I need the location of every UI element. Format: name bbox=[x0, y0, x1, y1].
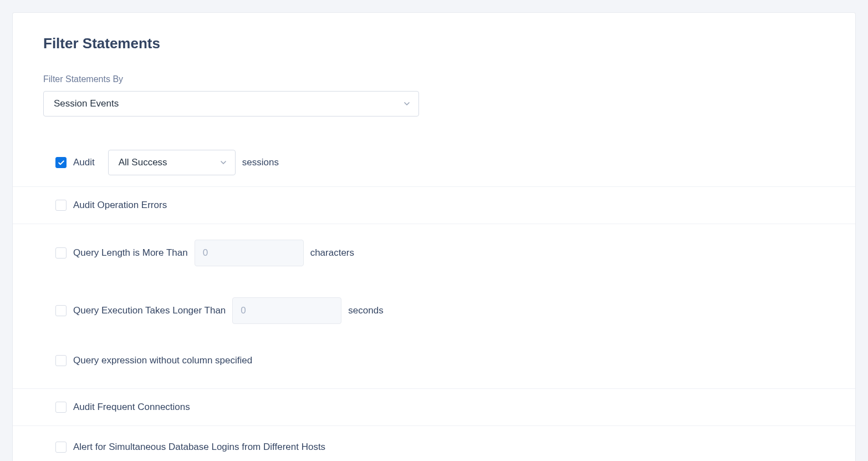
input-query-exec[interactable] bbox=[232, 297, 341, 324]
label-query-exec-suffix: seconds bbox=[348, 305, 383, 316]
checkbox-query-length[interactable] bbox=[55, 247, 67, 259]
label-query-length-suffix: characters bbox=[310, 247, 354, 259]
checkbox-audit[interactable] bbox=[55, 157, 67, 168]
filter-by-select-value: Session Events bbox=[54, 98, 119, 109]
label-audit-errors: Audit Operation Errors bbox=[73, 200, 167, 211]
row-freq-conn: Audit Frequent Connections bbox=[13, 389, 855, 425]
checkbox-query-exec[interactable] bbox=[55, 305, 67, 316]
audit-type-select-value: All Success bbox=[119, 157, 167, 168]
filter-by-select-wrap: Session Events bbox=[43, 91, 419, 116]
row-query-expr: Query expression without column specifie… bbox=[13, 340, 855, 388]
audit-type-select-wrap: All Success bbox=[108, 150, 236, 175]
filter-by-label: Filter Statements By bbox=[43, 74, 825, 84]
row-query-group: Query Length is More Than characters Que… bbox=[13, 224, 855, 388]
row-query-exec: Query Execution Takes Longer Than second… bbox=[13, 282, 855, 340]
label-query-expr: Query expression without column specifie… bbox=[73, 355, 252, 366]
row-query-length: Query Length is More Than characters bbox=[13, 224, 855, 282]
label-audit-suffix: sessions bbox=[242, 157, 279, 168]
label-query-length: Query Length is More Than bbox=[73, 247, 188, 259]
filter-by-select[interactable]: Session Events bbox=[43, 91, 419, 116]
row-audit-errors-section: Audit Operation Errors bbox=[13, 186, 855, 224]
input-query-length[interactable] bbox=[195, 240, 304, 266]
checkbox-query-expr[interactable] bbox=[55, 355, 67, 366]
row-audit-errors: Audit Operation Errors bbox=[13, 187, 855, 224]
label-audit: Audit bbox=[73, 157, 95, 168]
checkbox-audit-errors[interactable] bbox=[55, 200, 67, 211]
row-sim-logins-section: Alert for Simultaneous Database Logins f… bbox=[13, 425, 855, 461]
audit-type-select[interactable]: All Success bbox=[108, 150, 236, 175]
row-sim-logins: Alert for Simultaneous Database Logins f… bbox=[13, 426, 855, 461]
label-query-exec: Query Execution Takes Longer Than bbox=[73, 305, 226, 316]
label-freq-conn: Audit Frequent Connections bbox=[73, 402, 190, 413]
row-freq-conn-section: Audit Frequent Connections bbox=[13, 388, 855, 425]
row-audit: Audit All Success sessions bbox=[13, 139, 855, 186]
label-sim-logins: Alert for Simultaneous Database Logins f… bbox=[73, 442, 325, 453]
checkbox-freq-conn[interactable] bbox=[55, 402, 67, 413]
filter-statements-card: Filter Statements Filter Statements By S… bbox=[12, 12, 856, 461]
row-audit-section: Audit All Success sessions bbox=[13, 139, 855, 186]
page-title: Filter Statements bbox=[43, 35, 825, 52]
checkbox-sim-logins[interactable] bbox=[55, 442, 67, 453]
card-header: Filter Statements Filter Statements By S… bbox=[13, 35, 855, 116]
